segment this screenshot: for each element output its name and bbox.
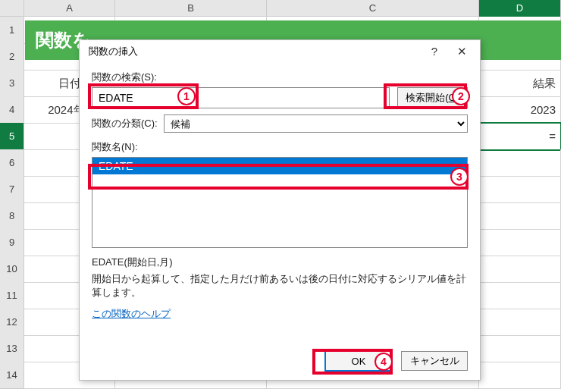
col-A[interactable]: A: [24, 0, 115, 17]
cell-D9[interactable]: [479, 229, 561, 256]
row-header[interactable]: 2: [0, 43, 24, 71]
function-signature: EDATE(開始日,月): [92, 256, 468, 269]
row-header[interactable]: 3: [0, 70, 24, 97]
row-header[interactable]: 13: [0, 335, 24, 362]
row-header[interactable]: 5: [0, 123, 24, 150]
column-headers: A B C D: [0, 0, 561, 17]
row-header[interactable]: 9: [0, 229, 24, 256]
cell-D13[interactable]: [479, 335, 561, 362]
cancel-button[interactable]: キャンセル: [401, 351, 468, 371]
function-help-link[interactable]: この関数のヘルプ: [92, 307, 171, 321]
row-header[interactable]: 11: [0, 282, 24, 309]
cell-D3[interactable]: 結果: [479, 70, 561, 97]
list-item[interactable]: EDATE: [92, 158, 467, 174]
insert-function-dialog: 関数の挿入 ? ✕ 関数の検索(S): 検索開始(G) 関数の分類(C): 候補…: [79, 39, 481, 381]
selectall-corner[interactable]: [0, 0, 24, 17]
function-listbox[interactable]: EDATE: [92, 157, 468, 248]
cell-D8[interactable]: [479, 202, 561, 230]
close-icon[interactable]: ✕: [448, 42, 475, 61]
cell-D14[interactable]: [479, 362, 561, 389]
dialog-title: 関数の挿入: [89, 45, 421, 58]
function-description: 開始日から起算して、指定した月だけ前あるいは後の日付に対応するシリアル値を計算し…: [92, 272, 468, 299]
ok-button[interactable]: OK: [325, 351, 392, 371]
row-header[interactable]: 7: [0, 176, 24, 203]
cell-D11[interactable]: [479, 282, 561, 309]
search-input[interactable]: [92, 87, 390, 108]
col-B[interactable]: B: [115, 0, 267, 17]
row-header[interactable]: 8: [0, 202, 24, 230]
row-header[interactable]: 1: [0, 17, 24, 44]
row-header[interactable]: 10: [0, 256, 24, 283]
category-select[interactable]: 候補: [164, 114, 468, 133]
row-header[interactable]: 6: [0, 149, 24, 177]
cell-D7[interactable]: [479, 176, 561, 203]
cell-D6[interactable]: [479, 149, 561, 177]
function-name-label: 関数名(N):: [92, 140, 468, 154]
row-header[interactable]: 14: [0, 362, 24, 389]
col-C[interactable]: C: [267, 0, 479, 17]
search-label: 関数の検索(S):: [92, 71, 468, 84]
cell-D10[interactable]: [479, 256, 561, 283]
row-header[interactable]: 4: [0, 96, 24, 124]
col-D[interactable]: D: [479, 0, 561, 17]
help-icon[interactable]: ?: [421, 42, 448, 61]
cell-D12[interactable]: [479, 309, 561, 336]
cell-D5[interactable]: =: [479, 123, 561, 150]
cell-D4[interactable]: 2023: [479, 96, 561, 124]
row-header[interactable]: 12: [0, 309, 24, 336]
search-go-button[interactable]: 検索開始(G): [397, 87, 468, 108]
category-label: 関数の分類(C):: [92, 117, 158, 130]
